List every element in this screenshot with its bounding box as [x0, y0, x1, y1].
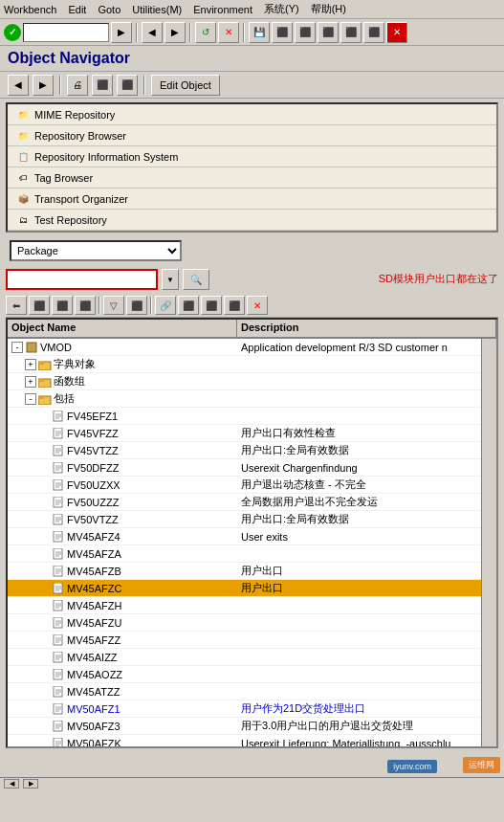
toolbar-sep1	[136, 23, 138, 42]
tree-row[interactable]: MV45AFZC用户出口	[8, 580, 496, 597]
tree-node-label: MV50AFZK	[67, 738, 121, 747]
package-search-btn[interactable]: 🔍	[183, 269, 209, 290]
repo-item-info[interactable]: 📋 Repository Information System	[8, 146, 496, 167]
save-btn[interactable]: 💾	[249, 22, 270, 43]
toolbar-sep3	[243, 23, 245, 42]
forward-btn[interactable]: ▶	[164, 22, 186, 43]
btn5[interactable]: ⬛	[340, 22, 362, 43]
menu-environment[interactable]: Environment	[193, 4, 252, 15]
nav-copy-btn[interactable]: ⬛	[224, 296, 245, 315]
menu-workbench[interactable]: Workbench	[4, 4, 56, 15]
nav-link-btn[interactable]: 🔗	[155, 296, 176, 315]
tree-row[interactable]: FV50UZXX用户退出动态核查 - 不完全	[8, 477, 496, 494]
address-go-btn[interactable]: ▶	[111, 22, 132, 43]
nav-back-btn[interactable]: ◀	[8, 75, 29, 96]
nav-up-btn[interactable]: ⬛	[52, 296, 73, 315]
tree-row[interactable]: MV45AFZA	[8, 545, 496, 563]
menu-utilities[interactable]: Utilities(M)	[132, 4, 182, 15]
layout-btn[interactable]: ⬛	[92, 75, 113, 96]
layout-btn2[interactable]: ⬛	[117, 75, 138, 96]
toolbar-sep2	[189, 23, 191, 42]
tree-row[interactable]: MV45AOZZ	[8, 666, 496, 683]
menu-edit[interactable]: Edit	[68, 4, 86, 15]
tree-row[interactable]: MV45ATZZ	[8, 683, 496, 700]
tree-vscrollbar[interactable]	[481, 339, 496, 746]
tree-toggle[interactable]: -	[25, 393, 36, 405]
tree-row[interactable]: MV45AFZ4User exits	[8, 528, 496, 545]
edit-object-button[interactable]: Edit Object	[151, 75, 220, 96]
nav-obj-btn[interactable]: ⬛	[178, 296, 199, 315]
tree-cell-name: -包括	[8, 391, 237, 406]
tree-node-icon	[38, 376, 52, 388]
tree-node-icon	[52, 703, 65, 715]
tree-cell-name: FV50UZZZ	[8, 497, 237, 508]
tree-cell-name: MV45AFZZ	[8, 634, 237, 646]
tree-cell-name: MV45AFZB	[8, 566, 237, 577]
package-dropdown-btn[interactable]: ▼	[162, 269, 179, 290]
repo-item-mime[interactable]: 📁 MIME Repository	[8, 104, 496, 125]
tree-row[interactable]: MV50AFZ1用户作为21D交货处理出口	[8, 700, 496, 718]
tree-toggle[interactable]: +	[25, 359, 36, 370]
tree-toggle[interactable]: -	[11, 342, 23, 353]
nav-fwd-btn2[interactable]: ⬛	[29, 296, 50, 315]
tree-row[interactable]: MV45AFZB用户出口	[8, 563, 496, 580]
btn4[interactable]: ⬛	[318, 22, 339, 43]
tree-node-label: FV45EFZ1	[67, 411, 118, 422]
tree-row[interactable]: MV45AFZU	[8, 614, 496, 632]
tree-row[interactable]: FV45VFZZ用户出口有效性检查	[8, 425, 496, 442]
btn6[interactable]: ⬛	[363, 22, 384, 43]
nav-forward-btn[interactable]: ▶	[33, 75, 54, 96]
tree-node-icon	[52, 411, 65, 422]
nav-sep2	[150, 297, 152, 314]
tree-row[interactable]: MV50AFZ3用于3.0用户出口的用户退出交货处理	[8, 718, 496, 735]
repo-item-test[interactable]: 🗂 Test Repository	[8, 210, 496, 231]
nav-del-btn[interactable]: ✕	[247, 296, 268, 315]
nav-filter-btn[interactable]: ▽	[103, 296, 124, 315]
btn7[interactable]: ✕	[386, 22, 407, 43]
tree-row[interactable]: MV45AIZZ	[8, 649, 496, 666]
tree-row[interactable]: FV45EFZ1	[8, 408, 496, 425]
refresh-btn[interactable]: ↺	[195, 22, 216, 43]
stop-btn[interactable]: ✕	[218, 22, 239, 43]
print-btn[interactable]: 🖨	[67, 75, 88, 96]
tree-node-desc: 用户出口:全局有效数据	[237, 512, 496, 526]
back-btn[interactable]: ◀	[142, 22, 163, 43]
tree-node-label: FV50DFZZ	[67, 462, 119, 474]
repobrowser-label: Repository Browser	[34, 130, 126, 142]
btn3[interactable]: ⬛	[295, 22, 316, 43]
btn2[interactable]: ⬛	[272, 22, 293, 43]
nav-check-btn[interactable]: ⬛	[201, 296, 222, 315]
bottom-nav-right[interactable]: ▶	[23, 779, 38, 789]
tree-row[interactable]: -包括	[8, 390, 496, 408]
repo-item-tag[interactable]: 🏷 Tag Browser	[8, 167, 496, 189]
menu-help[interactable]: 帮助(H)	[311, 2, 346, 16]
tree-node-label: MV45AFZ4	[67, 531, 121, 543]
tree-row[interactable]: +字典对象	[8, 356, 496, 373]
tree-row[interactable]: FV50UZZZ全局数据用户退出不完全发运	[8, 494, 496, 511]
repo-item-browser[interactable]: 📁 Repository Browser	[8, 125, 496, 146]
tree-row[interactable]: +函数组	[8, 373, 496, 390]
watermark-right: 运维网	[463, 757, 500, 773]
package-type-select[interactable]: Package Program Function Group Class	[10, 240, 182, 261]
tree-toggle[interactable]: +	[25, 376, 36, 388]
tree-cell-name: +字典对象	[8, 357, 237, 371]
menu-system[interactable]: 系统(Y)	[264, 2, 299, 16]
tree-row[interactable]: MV45AFZZ	[8, 632, 496, 649]
package-input[interactable]: VMOD	[6, 269, 158, 290]
tree-row[interactable]: MV45AFZH	[8, 597, 496, 614]
tree-row[interactable]: FV45VTZZ用户出口:全局有效数据	[8, 442, 496, 459]
tree-row[interactable]: FV50DFZZUserexit Chargenfindung	[8, 459, 496, 477]
tree-node-label: FV50UZZZ	[67, 497, 119, 508]
tree-row[interactable]: -VMODApplication development R/3 SD cust…	[8, 339, 496, 356]
tree-node-icon	[52, 634, 65, 646]
nav-collapse-btn[interactable]: ⬛	[126, 296, 147, 315]
address-input[interactable]: se80	[26, 27, 106, 38]
nav-dn-btn[interactable]: ⬛	[75, 296, 96, 315]
bottom-nav-left[interactable]: ◀	[4, 779, 19, 789]
repo-item-transport[interactable]: 📦 Transport Organizer	[8, 189, 496, 210]
menu-goto[interactable]: Goto	[98, 4, 121, 15]
tree-row[interactable]: FV50VTZZ用户出口:全局有效数据	[8, 511, 496, 528]
nav-back-btn2[interactable]: ⬅	[6, 296, 27, 315]
address-box[interactable]: se80	[23, 23, 109, 42]
tree-row[interactable]: MV50AFZKUserexit Lieferung: Materiallist…	[8, 735, 496, 746]
